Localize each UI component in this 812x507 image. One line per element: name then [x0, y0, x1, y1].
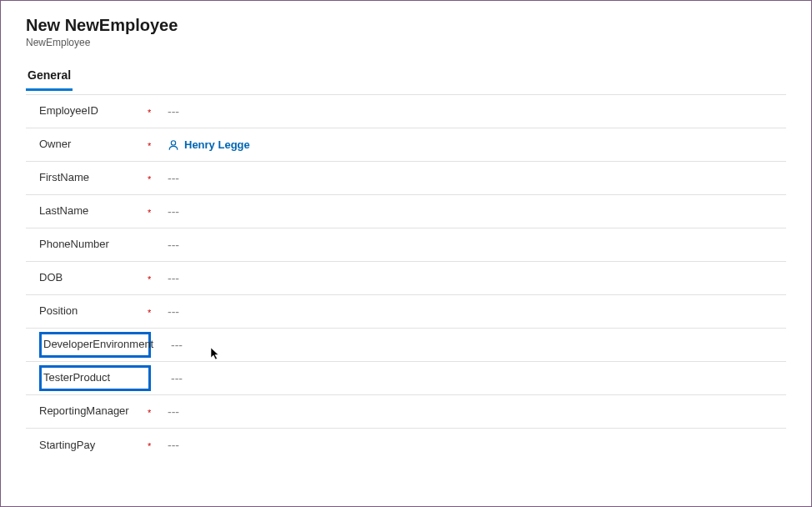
field-label-startingpay: StartingPay: [39, 430, 148, 461]
field-row-startingpay: StartingPay * ---: [26, 429, 786, 462]
field-label-firstname: FirstName: [39, 163, 148, 193]
field-row-lastname: LastName * ---: [26, 195, 786, 228]
form-area: EmployeeID * --- Owner * Henry Legge Fir…: [26, 94, 786, 462]
field-value-firstname[interactable]: ---: [161, 163, 786, 193]
form-page: New NewEmployee NewEmployee General Empl…: [1, 1, 811, 487]
field-row-devenv: DeveloperEnvironment ---: [26, 329, 786, 362]
required-mark: *: [148, 206, 161, 218]
required-mark: *: [148, 139, 161, 151]
page-title: New NewEmployee: [26, 16, 786, 35]
field-row-firstname: FirstName * ---: [26, 162, 786, 195]
field-row-phone: PhoneNumber ---: [26, 228, 786, 262]
person-icon: [168, 139, 179, 151]
required-mark: [151, 378, 164, 379]
field-value-owner[interactable]: Henry Legge: [161, 130, 786, 159]
required-mark: *: [148, 273, 161, 284]
field-value-position[interactable]: ---: [161, 297, 786, 327]
field-row-reportingmanager: ReportingManager * ---: [26, 395, 786, 429]
field-label-reportingmanager: ReportingManager: [39, 396, 148, 427]
required-mark: *: [148, 173, 161, 184]
owner-lookup-value[interactable]: Henry Legge: [184, 138, 250, 151]
field-value-employeeid[interactable]: ---: [161, 97, 786, 127]
field-label-testerproduct: TesterProduct: [39, 365, 151, 391]
svg-point-0: [171, 140, 175, 144]
field-row-dob: DOB * ---: [26, 262, 786, 295]
required-mark: [151, 344, 164, 346]
entity-name: NewEmployee: [26, 37, 786, 48]
required-mark: [148, 244, 161, 246]
tab-bar: General: [26, 63, 786, 91]
field-label-employeeid: EmployeeID: [39, 96, 148, 127]
field-value-startingpay[interactable]: ---: [161, 430, 786, 460]
field-row-testerproduct: TesterProduct ---: [26, 362, 786, 395]
field-label-dob: DOB: [39, 263, 148, 294]
field-value-dob[interactable]: ---: [161, 264, 786, 294]
field-row-employeeid: EmployeeID * ---: [26, 95, 786, 128]
field-label-position: Position: [39, 296, 148, 327]
field-label-owner: Owner: [39, 129, 148, 160]
required-mark: *: [148, 306, 161, 318]
field-row-owner: Owner * Henry Legge: [26, 128, 786, 162]
required-mark: *: [148, 406, 161, 418]
field-label-phone: PhoneNumber: [39, 229, 148, 260]
field-label-lastname: LastName: [39, 196, 148, 227]
field-value-devenv[interactable]: ---: [164, 330, 786, 360]
field-value-reportingmanager[interactable]: ---: [161, 397, 786, 427]
field-value-lastname[interactable]: ---: [161, 197, 786, 227]
field-value-testerproduct[interactable]: ---: [164, 364, 786, 394]
field-value-phone[interactable]: ---: [161, 230, 786, 260]
required-mark: *: [148, 439, 161, 451]
tab-general[interactable]: General: [26, 63, 73, 91]
required-mark: *: [148, 106, 161, 118]
field-label-devenv: DeveloperEnvironment: [39, 332, 151, 358]
field-row-position: Position * ---: [26, 295, 786, 329]
